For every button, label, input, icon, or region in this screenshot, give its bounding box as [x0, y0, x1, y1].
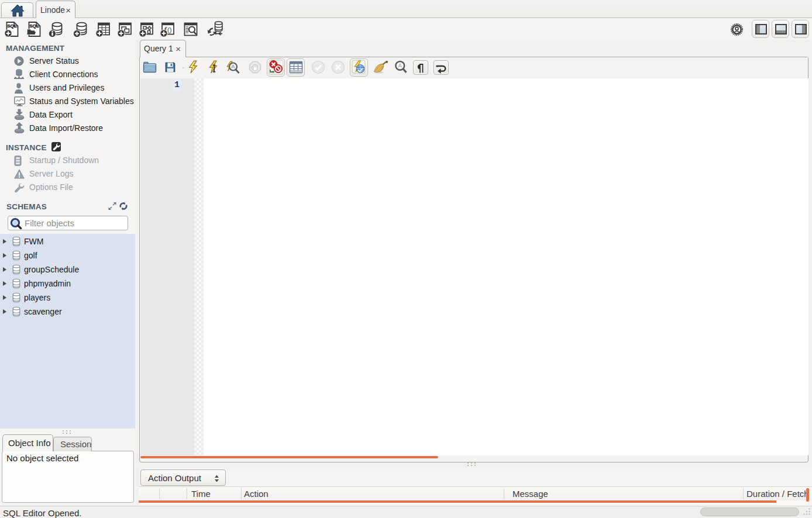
svg-text:SQL: SQL [7, 23, 17, 29]
svg-text:SQL: SQL [29, 23, 39, 29]
svg-text:(): () [167, 26, 171, 33]
